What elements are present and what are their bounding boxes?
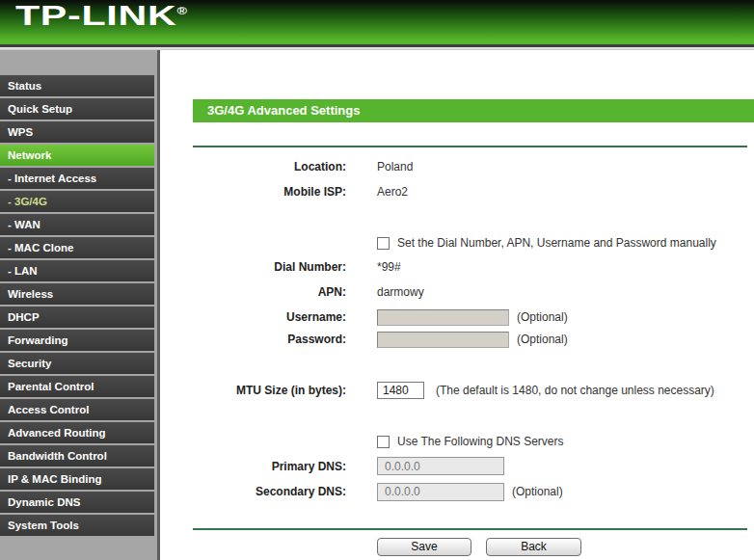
sidebar-item-status[interactable]: Status bbox=[0, 75, 154, 96]
sidebar-item-system-tools[interactable]: System Tools bbox=[0, 515, 154, 536]
sidebar-item-ip-mac-binding[interactable]: IP & MAC Binding bbox=[0, 468, 154, 490]
dial-number-row: Dial Number: *99# bbox=[160, 257, 754, 277]
apn-row: APN: darmowy bbox=[160, 282, 754, 302]
apn-value: darmowy bbox=[377, 282, 754, 302]
top-banner: TP-LINK® bbox=[0, 0, 754, 44]
sidebar-item-access-control[interactable]: Access Control bbox=[0, 399, 154, 420]
sidebar-item-parental-control[interactable]: Parental Control bbox=[0, 376, 154, 397]
primary-dns-input[interactable] bbox=[377, 457, 504, 475]
username-label: Username: bbox=[160, 307, 346, 327]
location-value: Poland bbox=[377, 157, 754, 176]
location-row: Location: Poland bbox=[160, 157, 754, 176]
password-row: Password: (Optional) bbox=[160, 330, 754, 349]
mtu-row: MTU Size (in bytes): (The default is 148… bbox=[160, 381, 754, 400]
username-input[interactable] bbox=[377, 309, 509, 326]
sidebar-item-mac-clone[interactable]: - MAC Clone bbox=[0, 237, 154, 258]
mtu-input[interactable] bbox=[377, 382, 424, 399]
sidebar-item-advanced-routing[interactable]: Advanced Routing bbox=[0, 422, 154, 443]
trademark-symbol: ® bbox=[176, 6, 186, 16]
separator-bottom bbox=[193, 528, 747, 530]
secondary-dns-row: Secondary DNS: (Optional) bbox=[160, 482, 754, 501]
password-label: Password: bbox=[160, 330, 346, 349]
sidebar-item-wan[interactable]: - WAN bbox=[0, 214, 154, 235]
dial-number-label: Dial Number: bbox=[160, 257, 346, 277]
mobile-isp-label: Mobile ISP: bbox=[160, 182, 346, 201]
sidebar-item-internet-access[interactable]: - Internet Access bbox=[0, 168, 154, 189]
sidebar-item-forwarding[interactable]: Forwarding bbox=[0, 330, 154, 351]
sidebar-menu: StatusQuick SetupWPSNetwork- Internet Ac… bbox=[0, 50, 160, 560]
password-input[interactable] bbox=[377, 332, 509, 348]
page-title: 3G/4G Advanced Settings bbox=[193, 99, 754, 122]
sidebar-item-bandwidth-control[interactable]: Bandwidth Control bbox=[0, 445, 154, 467]
sidebar-item-dhcp[interactable]: DHCP bbox=[0, 307, 154, 328]
sidebar-item-wps[interactable]: WPS bbox=[0, 121, 154, 143]
username-row: Username: (Optional) bbox=[160, 307, 754, 327]
sidebar-item-security[interactable]: Security bbox=[0, 353, 154, 374]
dns-servers-label: Use The Following DNS Servers bbox=[397, 432, 564, 451]
manual-settings-label: Set the Dial Number, APN, Username and P… bbox=[397, 233, 716, 253]
separator-top bbox=[193, 146, 747, 147]
sidebar-item-3g4g[interactable]: - 3G/4G bbox=[0, 191, 154, 212]
dial-number-value: *99# bbox=[377, 257, 754, 277]
mtu-note: (The default is 1480, do not change unle… bbox=[436, 381, 714, 400]
tplink-logo: TP-LINK® bbox=[15, 0, 187, 32]
sidebar-item-wireless[interactable]: Wireless bbox=[0, 283, 154, 305]
location-label: Location: bbox=[160, 157, 346, 176]
dns-servers-checkbox[interactable] bbox=[377, 436, 390, 448]
manual-settings-checkbox[interactable] bbox=[377, 237, 390, 250]
mtu-label: MTU Size (in bytes): bbox=[160, 381, 346, 400]
sidebar-item-network[interactable]: Network bbox=[0, 145, 154, 166]
sidebar-item-lan[interactable]: - LAN bbox=[0, 260, 154, 281]
secondary-dns-input[interactable] bbox=[377, 483, 504, 501]
primary-dns-label: Primary DNS: bbox=[160, 457, 346, 476]
dns-toggle-row: Use The Following DNS Servers bbox=[160, 432, 754, 451]
apn-label: APN: bbox=[160, 282, 346, 302]
save-button[interactable]: Save bbox=[377, 538, 471, 556]
secondary-dns-optional-note: (Optional) bbox=[512, 482, 563, 501]
sidebar-item-dynamic-dns[interactable]: Dynamic DNS bbox=[0, 492, 154, 513]
password-optional-note: (Optional) bbox=[517, 330, 568, 349]
sidebar-item-quick-setup[interactable]: Quick Setup bbox=[0, 98, 154, 120]
secondary-dns-label: Secondary DNS: bbox=[160, 482, 346, 501]
username-optional-note: (Optional) bbox=[517, 307, 568, 327]
mobile-isp-row: Mobile ISP: Aero2 bbox=[160, 182, 754, 201]
mobile-isp-value: Aero2 bbox=[377, 182, 754, 201]
manual-settings-row: Set the Dial Number, APN, Username and P… bbox=[160, 233, 754, 253]
primary-dns-row: Primary DNS: bbox=[160, 457, 754, 476]
back-button[interactable]: Back bbox=[486, 538, 581, 556]
main-content: 3G/4G Advanced Settings Location: Poland… bbox=[160, 50, 754, 560]
